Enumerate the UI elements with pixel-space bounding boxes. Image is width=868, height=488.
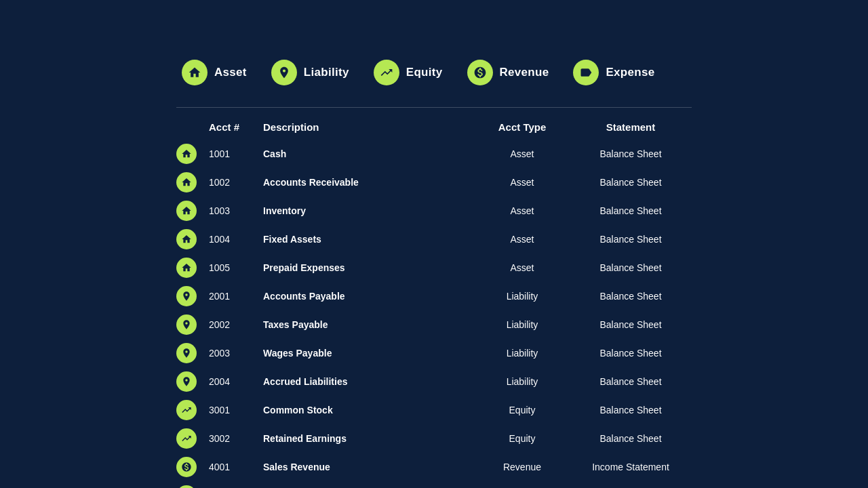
- cell-statement: Balance Sheet: [570, 205, 692, 216]
- liability-tab-label: Liability: [304, 66, 349, 79]
- cell-statement: Balance Sheet: [570, 348, 692, 359]
- row-type-icon: [176, 485, 197, 488]
- cell-acct-type: Asset: [475, 148, 570, 159]
- row-type-icon: [176, 457, 197, 477]
- cell-statement: Balance Sheet: [570, 319, 692, 330]
- table-row[interactable]: 3002 Retained Earnings Equity Balance Sh…: [176, 424, 692, 453]
- cell-statement: Balance Sheet: [570, 262, 692, 273]
- table-row[interactable]: 2004 Accrued Liabilities Liability Balan…: [176, 367, 692, 396]
- header-desc: Description: [263, 121, 475, 133]
- filter-tab-expense[interactable]: Expense: [568, 54, 665, 91]
- table-rows: 1001 Cash Asset Balance Sheet 1002 Accou…: [176, 140, 692, 488]
- cell-statement: Balance Sheet: [570, 291, 692, 302]
- table-container: Acct # Description Acct Type Statement 1…: [176, 121, 692, 488]
- cell-acct-type: Asset: [475, 177, 570, 188]
- table-row[interactable]: 3001 Common Stock Equity Balance Sheet: [176, 396, 692, 424]
- row-type-icon: [176, 201, 197, 221]
- header-type: Acct Type: [475, 121, 570, 133]
- cell-description: Retained Earnings: [263, 433, 475, 444]
- row-type-icon: [176, 400, 197, 420]
- cell-description: Sales Revenue: [263, 462, 475, 472]
- table-row[interactable]: 1002 Accounts Receivable Asset Balance S…: [176, 168, 692, 197]
- cell-acct-number: 4001: [209, 462, 263, 472]
- row-type-icon: [176, 371, 197, 392]
- cell-acct-type: Equity: [475, 405, 570, 415]
- cell-statement: Balance Sheet: [570, 148, 692, 159]
- header-statement: Statement: [570, 121, 692, 133]
- cell-acct-type: Asset: [475, 205, 570, 216]
- cell-acct-number: 3002: [209, 433, 263, 444]
- liability-icon: [271, 60, 297, 85]
- cell-statement: Balance Sheet: [570, 405, 692, 415]
- cell-acct-type: Equity: [475, 433, 570, 444]
- cell-description: Common Stock: [263, 405, 475, 415]
- cell-acct-type: Revenue: [475, 462, 570, 472]
- table-row[interactable]: 4002 Sales Returns and Allowances Revenu…: [176, 481, 692, 488]
- cell-acct-type: Liability: [475, 376, 570, 387]
- filter-tab-revenue[interactable]: Revenue: [462, 54, 560, 91]
- cell-acct-type: Liability: [475, 348, 570, 359]
- cell-acct-number: 3001: [209, 405, 263, 415]
- main-container: Asset Liability Equity: [0, 0, 868, 488]
- asset-tab-label: Asset: [214, 66, 247, 79]
- equity-icon: [374, 60, 399, 85]
- cell-acct-type: Liability: [475, 291, 570, 302]
- cell-statement: Balance Sheet: [570, 234, 692, 245]
- table-row[interactable]: 1001 Cash Asset Balance Sheet: [176, 140, 692, 168]
- cell-acct-number: 2001: [209, 291, 263, 302]
- cell-acct-number: 1002: [209, 177, 263, 188]
- cell-acct-number: 2002: [209, 319, 263, 330]
- table-row[interactable]: 4001 Sales Revenue Revenue Income Statem…: [176, 453, 692, 481]
- row-type-icon: [176, 286, 197, 306]
- cell-description: Accounts Receivable: [263, 177, 475, 188]
- cell-description: Inventory: [263, 205, 475, 216]
- table-row[interactable]: 1003 Inventory Asset Balance Sheet: [176, 197, 692, 225]
- row-type-icon: [176, 172, 197, 192]
- revenue-icon: [467, 60, 493, 85]
- cell-description: Accounts Payable: [263, 291, 475, 302]
- cell-description: Cash: [263, 148, 475, 159]
- filter-tab-liability[interactable]: Liability: [266, 54, 360, 91]
- filter-tabs: Asset Liability Equity: [176, 54, 692, 91]
- row-type-icon: [176, 258, 197, 278]
- cell-acct-number: 2004: [209, 376, 263, 387]
- row-type-icon: [176, 144, 197, 164]
- cell-description: Prepaid Expenses: [263, 262, 475, 273]
- cell-description: Wages Payable: [263, 348, 475, 359]
- equity-tab-label: Equity: [406, 66, 443, 79]
- filter-tab-asset[interactable]: Asset: [176, 54, 258, 91]
- cell-acct-number: 2003: [209, 348, 263, 359]
- cell-description: Taxes Payable: [263, 319, 475, 330]
- filter-tab-equity[interactable]: Equity: [368, 54, 454, 91]
- row-type-icon: [176, 314, 197, 335]
- cell-acct-type: Asset: [475, 262, 570, 273]
- cell-acct-number: 1004: [209, 234, 263, 245]
- table-row[interactable]: 2001 Accounts Payable Liability Balance …: [176, 282, 692, 310]
- cell-statement: Balance Sheet: [570, 177, 692, 188]
- cell-acct-number: 1003: [209, 205, 263, 216]
- cell-acct-number: 1005: [209, 262, 263, 273]
- row-type-icon: [176, 229, 197, 249]
- cell-statement: Balance Sheet: [570, 376, 692, 387]
- cell-acct-type: Liability: [475, 319, 570, 330]
- cell-acct-type: Asset: [475, 234, 570, 245]
- divider: [176, 107, 692, 108]
- header-acct: Acct #: [209, 121, 263, 133]
- expense-tab-label: Expense: [606, 66, 654, 79]
- table-row[interactable]: 2003 Wages Payable Liability Balance She…: [176, 339, 692, 367]
- header-icon-col: [176, 121, 209, 133]
- cell-description: Accrued Liabilities: [263, 376, 475, 387]
- table-row[interactable]: 1004 Fixed Assets Asset Balance Sheet: [176, 225, 692, 253]
- row-type-icon: [176, 343, 197, 363]
- expense-icon: [573, 60, 599, 85]
- cell-statement: Income Statement: [570, 462, 692, 472]
- table-header: Acct # Description Acct Type Statement: [176, 121, 692, 140]
- table-row[interactable]: 2002 Taxes Payable Liability Balance She…: [176, 310, 692, 339]
- revenue-tab-label: Revenue: [500, 66, 549, 79]
- cell-description: Fixed Assets: [263, 234, 475, 245]
- cell-acct-number: 1001: [209, 148, 263, 159]
- table-row[interactable]: 1005 Prepaid Expenses Asset Balance Shee…: [176, 253, 692, 282]
- cell-statement: Balance Sheet: [570, 433, 692, 444]
- row-type-icon: [176, 428, 197, 449]
- asset-icon: [182, 60, 208, 85]
